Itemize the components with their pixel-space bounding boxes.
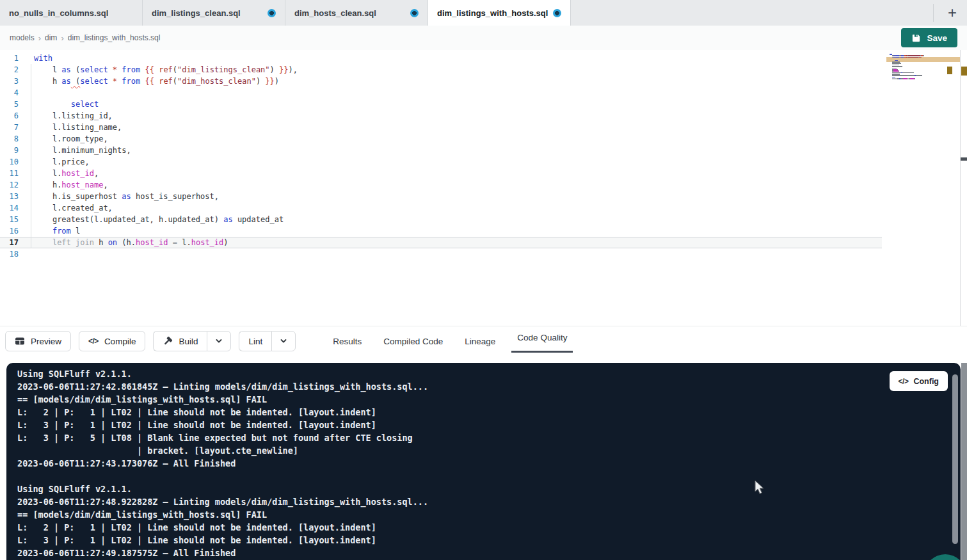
indent-guide — [31, 64, 31, 248]
panel-tab-label: Compiled Code — [383, 337, 443, 346]
code-line[interactable]: h as (select * from {{ ref("dim_hosts_cl… — [34, 76, 298, 87]
hammer-icon — [163, 336, 173, 346]
line-number-gutter: 123456789101112131415161718 — [0, 52, 29, 260]
code-line[interactable] — [34, 87, 298, 99]
minimap-line — [890, 58, 960, 60]
minimap-line — [890, 75, 960, 76]
line-number: 5 — [0, 99, 19, 110]
editor-tab-bar: no_nulls_in_columns.sqldim_listings_clea… — [0, 0, 967, 26]
code-brackets-icon: </> — [899, 377, 909, 386]
tab-bar-right: + — [933, 0, 967, 26]
code-line[interactable]: l as (select * from {{ ref("dim_listings… — [34, 64, 298, 76]
panel-tab-lineage[interactable]: Lineage — [463, 326, 497, 356]
build-button-group: Build — [153, 331, 231, 351]
breadcrumb-item[interactable]: models — [10, 33, 35, 42]
file-header: models›dim›dim_listings_with_hosts.sql S… — [0, 26, 967, 50]
save-floppy-icon — [911, 33, 921, 43]
build-dropdown-button[interactable] — [207, 331, 231, 351]
code-line[interactable]: l.listing_name, — [34, 122, 298, 133]
breadcrumb: models›dim›dim_listings_with_hosts.sql — [10, 33, 160, 43]
action-toolbar: Preview </> Compile Build Lint — [0, 326, 967, 356]
code-line[interactable]: h.is_superhost as host_is_superhost, — [34, 191, 298, 202]
overview-warning-marker — [961, 67, 967, 76]
tab-label: no_nulls_in_columns.sql — [9, 8, 108, 18]
minimap-line — [890, 63, 960, 64]
lint-label: Lint — [248, 337, 262, 346]
table-icon — [15, 336, 25, 346]
breadcrumb-separator: › — [61, 33, 63, 43]
save-label: Save — [927, 33, 947, 43]
tab-strip: no_nulls_in_columns.sqldim_listings_clea… — [0, 0, 571, 26]
terminal-panel: Using SQLFluff v2.1.1. 2023-06-06T11:27:… — [6, 363, 961, 560]
line-number: 16 — [0, 225, 19, 237]
panel-tab-label: Results — [333, 337, 362, 346]
line-number: 9 — [0, 145, 19, 156]
code-line[interactable]: l.room_type, — [34, 133, 298, 145]
line-number: 1 — [0, 52, 19, 64]
tab-dim_hosts_clean.sql[interactable]: dim_hosts_clean.sql — [285, 0, 428, 26]
code-line[interactable]: l.host_id, — [34, 168, 298, 179]
tab-dim_listings_with_hosts.sql[interactable]: dim_listings_with_hosts.sql — [428, 0, 571, 26]
breadcrumb-item[interactable]: dim — [45, 33, 57, 42]
code-line[interactable]: select — [34, 99, 298, 110]
code-line[interactable]: l.price, — [34, 156, 298, 168]
line-number: 13 — [0, 191, 19, 202]
build-label: Build — [179, 337, 198, 346]
code-line[interactable]: with — [34, 52, 298, 64]
chevron-down-icon — [214, 337, 223, 346]
tab-no_nulls_in_columns.sql[interactable]: no_nulls_in_columns.sql — [0, 0, 143, 26]
compile-label: Compile — [104, 337, 136, 346]
code-content[interactable]: with l as (select * from {{ ref("dim_lis… — [34, 52, 298, 260]
line-number: 12 — [0, 179, 19, 191]
editor-right-border — [960, 50, 961, 326]
code-editor[interactable]: 123456789101112131415161718 with l as (s… — [0, 50, 967, 326]
panel-tab-code-quality[interactable]: Code Quality — [516, 326, 568, 356]
line-number: 3 — [0, 76, 19, 87]
tab-label: dim_listings_clean.sql — [152, 8, 241, 18]
breadcrumb-item[interactable]: dim_listings_with_hosts.sql — [68, 33, 161, 42]
terminal-output: Using SQLFluff v2.1.1. 2023-06-06T11:27:… — [6, 363, 961, 559]
line-number: 4 — [0, 87, 19, 99]
code-brackets-icon: </> — [88, 337, 99, 346]
config-label: Config — [913, 377, 939, 386]
line-number: 10 — [0, 156, 19, 168]
minimap-line — [890, 54, 960, 55]
build-button[interactable]: Build — [153, 331, 207, 351]
line-number: 17 — [0, 237, 19, 248]
minimap-line — [890, 78, 960, 79]
lint-button-group: Lint — [239, 331, 296, 351]
tab-bar-divider — [933, 4, 934, 22]
panel-tab-results[interactable]: Results — [332, 326, 363, 356]
code-line[interactable]: greatest(l.updated_at, h.updated_at) as … — [34, 214, 298, 225]
terminal-scrollbar[interactable] — [952, 374, 958, 544]
line-number: 15 — [0, 214, 19, 225]
editor-scrollbar-thumb[interactable] — [961, 157, 967, 161]
code-line[interactable] — [34, 248, 298, 260]
config-button[interactable]: </> Config — [890, 371, 948, 391]
tab-label: dim_hosts_clean.sql — [294, 8, 376, 18]
panel-tab-compiled-code[interactable]: Compiled Code — [382, 326, 444, 356]
code-line[interactable]: h.host_name, — [34, 179, 298, 191]
code-line[interactable]: left join h on (h.host_id = l.host_id) — [34, 237, 298, 248]
tab-label: dim_listings_with_hosts.sql — [437, 8, 548, 18]
code-line[interactable]: l.listing_id, — [34, 110, 298, 122]
code-line[interactable]: l.minimum_nights, — [34, 145, 298, 156]
line-number: 7 — [0, 122, 19, 133]
minimap-line — [890, 77, 960, 78]
lint-button[interactable]: Lint — [239, 331, 271, 351]
new-tab-button[interactable]: + — [944, 5, 961, 20]
tab-dim_listings_clean.sql[interactable]: dim_listings_clean.sql — [143, 0, 285, 26]
code-line[interactable]: from l — [34, 225, 298, 237]
code-line[interactable]: l.created_at, — [34, 202, 298, 214]
page-scrollbar[interactable] — [961, 363, 967, 560]
preview-button[interactable]: Preview — [5, 331, 71, 351]
save-button[interactable]: Save — [901, 28, 957, 47]
minimap-line — [890, 55, 960, 56]
chevron-down-icon — [279, 337, 288, 346]
minimap[interactable] — [886, 52, 960, 193]
compile-button[interactable]: </> Compile — [79, 331, 145, 351]
minimap-line — [890, 57, 960, 58]
line-number: 14 — [0, 202, 19, 214]
lint-dropdown-button[interactable] — [271, 331, 296, 351]
line-number: 2 — [0, 64, 19, 76]
